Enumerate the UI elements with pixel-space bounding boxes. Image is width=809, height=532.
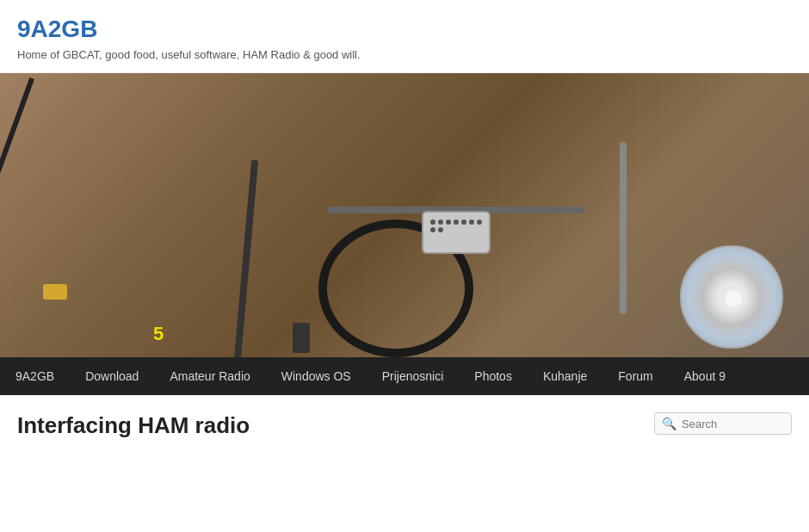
page-title: Interfacing HAM radio xyxy=(17,412,250,439)
nav-item-amateur-radio[interactable]: Amateur Radio xyxy=(154,357,265,395)
search-widget: 🔍 xyxy=(654,412,792,435)
hero-image: 4 5 xyxy=(0,73,809,357)
db9-connector xyxy=(422,211,491,254)
cd-hole xyxy=(725,290,742,307)
search-input[interactable] xyxy=(682,418,768,430)
db9-pin xyxy=(461,220,466,225)
nav-item-kuhanje[interactable]: Kuhanje xyxy=(528,357,602,395)
db9-pin xyxy=(430,227,435,232)
db9-pin xyxy=(469,220,474,225)
db9-pin xyxy=(477,220,482,225)
nav-item-prijenosnici[interactable]: Prijenosnici xyxy=(367,357,460,395)
cable-element xyxy=(620,142,627,314)
db9-pin xyxy=(438,227,443,232)
nav-item-windows-os[interactable]: Windows OS xyxy=(266,357,367,395)
site-title[interactable]: 9A2GB xyxy=(17,15,792,43)
usb-connector xyxy=(43,284,67,300)
cd-disc xyxy=(680,245,783,349)
nav-bar: 9A2GB Download Amateur Radio Windows OS … xyxy=(0,357,809,395)
nav-item-about[interactable]: About 9 xyxy=(669,357,741,395)
nav-item-download[interactable]: Download xyxy=(70,357,154,395)
db9-pin xyxy=(446,220,451,225)
site-tagline: Home of GBCAT, good food, useful softwar… xyxy=(17,48,361,61)
nav-item-forum[interactable]: Forum xyxy=(602,357,668,395)
db9-pin xyxy=(430,220,435,225)
small-connector xyxy=(293,323,310,353)
site-header: 9A2GB Home of GBCAT, good food, useful s… xyxy=(0,0,809,73)
db9-pins xyxy=(423,213,489,239)
hero-label-5: 5 xyxy=(153,323,164,345)
nav-item-home[interactable]: 9A2GB xyxy=(0,357,70,395)
db9-pin xyxy=(438,220,443,225)
content-area: Interfacing HAM radio 🔍 xyxy=(0,395,809,448)
db9-pin xyxy=(454,220,459,225)
nav-item-photos[interactable]: Photos xyxy=(459,357,528,395)
search-icon: 🔍 xyxy=(662,417,676,430)
